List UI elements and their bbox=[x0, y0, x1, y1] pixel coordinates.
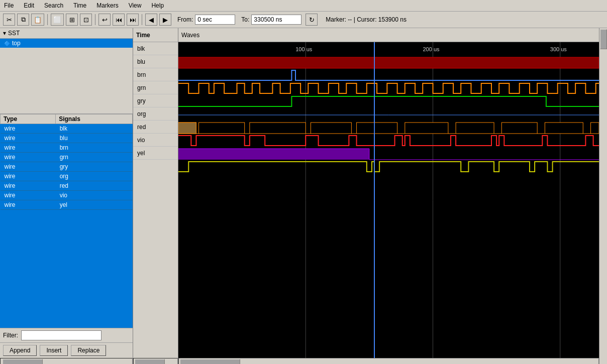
signal-names-list: blkblubrngrngryorgredvioyel bbox=[133, 42, 178, 358]
menu-help[interactable]: Help bbox=[149, 1, 166, 10]
signal-name: blu bbox=[56, 134, 133, 143]
menu-file[interactable]: File bbox=[2, 1, 16, 10]
menu-view[interactable]: View bbox=[127, 1, 144, 10]
select-button[interactable]: ⬜ bbox=[51, 14, 64, 26]
from-label: From: bbox=[177, 16, 193, 23]
signal-label: blu bbox=[133, 55, 178, 68]
left-hscroll-thumb[interactable] bbox=[3, 359, 43, 364]
time-header: Time bbox=[133, 28, 178, 42]
append-button[interactable]: Append bbox=[3, 345, 37, 356]
signals-tbody: wireblkwirebluwirebrnwiregrnwiregrywireo… bbox=[1, 124, 133, 210]
end-button[interactable]: ⏭ bbox=[127, 14, 139, 26]
left-hscroll[interactable] bbox=[0, 358, 133, 364]
to-label: To: bbox=[241, 16, 249, 23]
sst-tree-item-top[interactable]: 🔷 top bbox=[0, 39, 133, 48]
sst-tree: 🔷 top bbox=[0, 39, 133, 114]
replace-button[interactable]: Replace bbox=[71, 345, 106, 356]
signal-name: yel bbox=[56, 200, 133, 210]
signal-type: wire bbox=[1, 172, 56, 181]
waves-hscroll[interactable] bbox=[178, 358, 599, 364]
col-signals: Signals bbox=[56, 114, 133, 124]
signal-label: grn bbox=[133, 81, 178, 94]
waves-panel: Waves bbox=[178, 28, 599, 364]
signal-name: brn bbox=[56, 143, 133, 153]
signal-type: wire bbox=[1, 200, 56, 210]
paste-button[interactable]: 📋 bbox=[31, 14, 44, 26]
signal-label: vio bbox=[133, 134, 178, 147]
table-row[interactable]: wiregrn bbox=[1, 153, 133, 162]
signals-table: Type Signals wireblkwirebluwirebrnwiregr… bbox=[0, 114, 133, 210]
signal-name: grn bbox=[56, 153, 133, 162]
to-input[interactable] bbox=[251, 15, 301, 25]
begin-button[interactable]: ⏮ bbox=[113, 14, 125, 26]
signal-label: gry bbox=[133, 94, 178, 107]
cursor-label: Cursor: 153900 ns bbox=[357, 16, 407, 23]
refresh-button[interactable]: ↻ bbox=[306, 14, 318, 26]
signal-name: red bbox=[56, 181, 133, 191]
prev-button[interactable]: ◀ bbox=[145, 14, 157, 26]
table-row[interactable]: wireorg bbox=[1, 172, 133, 181]
marker-label: Marker: -- bbox=[326, 16, 352, 23]
table-row[interactable]: wireblu bbox=[1, 134, 133, 143]
zoom-button[interactable]: ⊡ bbox=[80, 14, 92, 26]
signal-label: red bbox=[133, 120, 178, 134]
signal-name: org bbox=[56, 172, 133, 181]
left-panel: ▾ SST 🔷 top Type Signals wireblkwir bbox=[0, 28, 133, 364]
table-row[interactable]: wireblk bbox=[1, 124, 133, 134]
sst-header[interactable]: ▾ SST bbox=[0, 28, 133, 39]
right-scroll-thumb[interactable] bbox=[600, 29, 607, 49]
signal-type: wire bbox=[1, 143, 56, 153]
bottom-buttons: Append Insert Replace bbox=[0, 342, 133, 358]
sep3 bbox=[142, 14, 142, 25]
menu-search[interactable]: Search bbox=[42, 1, 65, 10]
signal-name: gry bbox=[56, 162, 133, 172]
signals-hscroll-thumb[interactable] bbox=[135, 359, 165, 364]
cut-button[interactable]: ✂ bbox=[3, 14, 15, 26]
toolbar: ✂ ⧉ 📋 ⬜ ⊞ ⊡ ↩ ⏮ ⏭ ◀ ▶ From: To: ↻ Marker… bbox=[0, 12, 607, 28]
undo-button[interactable]: ↩ bbox=[98, 14, 111, 26]
zoom-fit-button[interactable]: ⊞ bbox=[66, 14, 78, 26]
next-button[interactable]: ▶ bbox=[159, 14, 171, 26]
table-row[interactable]: wiregry bbox=[1, 162, 133, 172]
signals-column: Time blkblubrngrngryorgredvioyel bbox=[133, 28, 178, 364]
signal-type: wire bbox=[1, 191, 56, 200]
signal-type: wire bbox=[1, 181, 56, 191]
sst-chevron-icon: ▾ bbox=[3, 30, 6, 37]
from-input[interactable] bbox=[195, 15, 235, 25]
sep2 bbox=[95, 14, 95, 25]
signals-hscroll[interactable] bbox=[133, 358, 178, 364]
main-area: ▾ SST 🔷 top Type Signals wireblkwir bbox=[0, 28, 607, 364]
waves-canvas[interactable] bbox=[178, 42, 599, 358]
waves-label: Waves bbox=[181, 32, 199, 39]
right-scrollbar[interactable] bbox=[599, 28, 607, 364]
waves-hscroll-thumb[interactable] bbox=[180, 359, 240, 364]
table-row[interactable]: wirered bbox=[1, 181, 133, 191]
signal-label: blk bbox=[133, 42, 178, 55]
signal-label: brn bbox=[133, 68, 178, 81]
sst-label: SST bbox=[8, 30, 20, 37]
signal-type: wire bbox=[1, 153, 56, 162]
table-row[interactable]: wirebrn bbox=[1, 143, 133, 153]
signal-name: vio bbox=[56, 191, 133, 200]
signal-type: wire bbox=[1, 124, 56, 134]
filter-input[interactable] bbox=[21, 330, 102, 340]
signal-label: yel bbox=[133, 147, 178, 160]
waves-canvas-container[interactable] bbox=[178, 42, 599, 358]
signal-type: wire bbox=[1, 134, 56, 143]
signal-name: blk bbox=[56, 124, 133, 134]
signal-label: org bbox=[133, 107, 178, 120]
insert-button[interactable]: Insert bbox=[40, 345, 68, 356]
tree-item-label: top bbox=[12, 40, 21, 47]
waves-header: Waves bbox=[178, 28, 599, 42]
signals-table-container: Type Signals wireblkwirebluwirebrnwiregr… bbox=[0, 114, 133, 328]
menu-time[interactable]: Time bbox=[71, 1, 88, 10]
table-row[interactable]: wireyel bbox=[1, 200, 133, 210]
menu-markers[interactable]: Markers bbox=[94, 1, 120, 10]
copy-button[interactable]: ⧉ bbox=[17, 14, 29, 26]
col-type: Type bbox=[1, 114, 56, 124]
table-row[interactable]: wirevio bbox=[1, 191, 133, 200]
filter-label: Filter: bbox=[3, 332, 18, 339]
menubar: File Edit Search Time Markers View Help bbox=[0, 0, 607, 12]
menu-edit[interactable]: Edit bbox=[22, 1, 36, 10]
sep1 bbox=[47, 14, 48, 25]
